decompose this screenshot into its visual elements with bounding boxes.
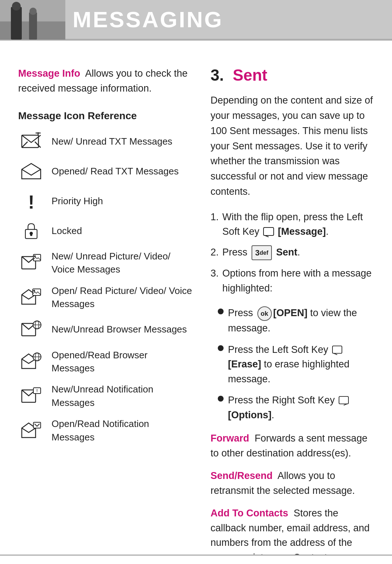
bullet-3-text: Press the Right Soft Key [Options]. <box>228 393 374 422</box>
svg-text:!: ! <box>28 192 34 210</box>
svg-line-7 <box>22 142 28 148</box>
new-unread-notification-icon: ! <box>18 385 44 407</box>
list-item: Press the Right Soft Key [Options]. <box>218 393 374 422</box>
svg-text:!: ! <box>36 388 38 393</box>
list-item: 2. Press 3def Sent. <box>211 245 374 260</box>
svg-rect-14 <box>30 233 32 236</box>
list-item: Locked <box>18 220 192 242</box>
bullet-1-text: Press ok[OPEN] to view the message. <box>228 306 374 335</box>
svg-rect-16 <box>33 254 41 261</box>
list-item: New/ Unread TXT Messages <box>18 130 192 152</box>
lock-icon <box>21 222 41 240</box>
section-title-text: Sent <box>233 66 267 84</box>
list-item: 1. With the flip open, press the Left So… <box>211 210 374 239</box>
icon-reference-heading: Message Icon Reference <box>18 110 192 122</box>
right-column: 3. Sent Depending on the content and siz… <box>211 66 374 564</box>
send-resend-label: Send/Resend <box>211 470 273 481</box>
forward-info-block: Forward Forwards a sent message to other… <box>211 431 374 460</box>
envelope-new-icon <box>21 132 41 150</box>
header-image <box>0 0 65 40</box>
envelope-open-icon <box>21 162 41 180</box>
add-to-contacts-label: Add To Contacts <box>211 508 288 519</box>
step-number-1: 1. <box>211 210 219 239</box>
icon-table: New/ Unread TXT Messages Opened/ Read TX… <box>18 130 192 444</box>
svg-line-8 <box>35 142 41 148</box>
svg-rect-30 <box>33 422 41 428</box>
svg-point-19 <box>33 290 35 292</box>
forward-text: Forward Forwards a sent message to other… <box>211 431 374 460</box>
bullet-2-text: Press the Left Soft Key [Erase] to erase… <box>228 342 374 387</box>
list-item: Open/ Read Picture/ Video/ Voice Message… <box>18 284 192 311</box>
locked-icon <box>18 220 44 242</box>
list-item: Open/Read Notification Messages <box>18 417 192 444</box>
forward-label: Forward <box>211 433 249 444</box>
list-item: Opened/Read Browser Messages <box>18 349 192 375</box>
svg-point-3 <box>12 2 21 11</box>
right-soft-key-icon <box>339 396 349 406</box>
list-item: New/Unread Browser Messages <box>18 319 192 341</box>
bullet-dot <box>218 309 224 314</box>
svg-rect-31 <box>264 227 274 235</box>
new-unread-notification-label: New/Unread Notification Messages <box>52 383 192 409</box>
step-2-text: Press 3def Sent. <box>222 245 300 260</box>
envelope-notification-open-icon <box>21 422 41 440</box>
left-column: Message Info Allows you to check the rec… <box>18 66 192 564</box>
message-info-text: Message Info Allows you to check the rec… <box>18 66 192 96</box>
steps-list: 1. With the flip open, press the Left So… <box>211 210 374 295</box>
key-3-badge: 3def <box>252 245 272 260</box>
main-content: Message Info Allows you to check the rec… <box>0 52 392 564</box>
bullet-dot <box>218 345 224 351</box>
new-unread-picture-icon <box>18 252 44 274</box>
envelope-browser-open-icon <box>21 352 41 371</box>
left-soft-key-icon <box>263 227 274 237</box>
new-unread-browser-icon <box>18 319 44 341</box>
list-item: Press the Left Soft Key [Erase] to erase… <box>218 342 374 387</box>
svg-rect-4 <box>29 12 37 40</box>
page-title: MESSAGING <box>65 7 223 32</box>
bullet-dot <box>218 396 224 402</box>
locked-label: Locked <box>52 224 82 237</box>
message-info-label: Message Info <box>18 68 80 79</box>
message-info-section: Message Info Allows you to check the rec… <box>18 66 192 96</box>
send-resend-text: Send/Resend Allows you to retransmit the… <box>211 468 374 498</box>
header-divider <box>0 40 392 41</box>
bullet-list: Press ok[OPEN] to view the message. Pres… <box>211 306 374 422</box>
envelope-notification-new-icon: ! <box>21 387 41 405</box>
icon-reference-section: Message Icon Reference <box>18 110 192 444</box>
envelope-picture-new-icon <box>21 254 41 272</box>
section-number: 3. <box>211 66 224 84</box>
left-soft-key-icon <box>332 346 342 355</box>
send-resend-info-block: Send/Resend Allows you to retransmit the… <box>211 468 374 498</box>
step-number-2: 2. <box>211 245 219 260</box>
step-1-text: With the flip open, press the Left Soft … <box>222 210 374 239</box>
new-unread-browser-label: New/Unread Browser Messages <box>52 323 187 336</box>
opened-read-txt-icon <box>18 160 44 182</box>
opened-read-browser-icon <box>18 351 44 372</box>
list-item: New/ Unread Picture/ Video/ Voice Messag… <box>18 250 192 276</box>
section-title: 3. Sent <box>211 66 374 84</box>
svg-point-5 <box>29 8 37 15</box>
opened-read-txt-label: Opened/ Read TXT Messages <box>52 165 179 178</box>
list-item: ! New/Unread Notification Messages <box>18 383 192 409</box>
ok-button-icon: ok <box>257 306 272 321</box>
open-read-picture-icon <box>18 286 44 308</box>
list-item: 3. Options from here with a message high… <box>211 266 374 295</box>
svg-point-17 <box>34 255 36 257</box>
open-read-notification-label: Open/Read Notification Messages <box>52 417 192 444</box>
envelope-picture-open-icon <box>21 288 41 306</box>
new-unread-picture-label: New/ Unread Picture/ Video/ Voice Messag… <box>52 250 192 276</box>
svg-rect-2 <box>11 7 22 40</box>
section-intro-text: Depending on the content and size of you… <box>211 93 374 200</box>
page-header: MESSAGING <box>0 0 392 40</box>
step-number-3: 3. <box>211 266 219 295</box>
list-item: ! Priority High <box>18 190 192 212</box>
exclamation-icon: ! <box>22 192 40 210</box>
opened-read-browser-label: Opened/Read Browser Messages <box>52 349 192 375</box>
svg-rect-35 <box>339 396 348 404</box>
envelope-browser-new-icon <box>21 321 41 339</box>
open-read-picture-label: Open/ Read Picture/ Video/ Voice Message… <box>52 284 192 311</box>
list-item: Opened/ Read TXT Messages <box>18 160 192 182</box>
new-unread-txt-label: New/ Unread TXT Messages <box>52 135 172 148</box>
svg-rect-33 <box>332 346 342 353</box>
step-3-text: Options from here with a message highlig… <box>222 266 374 295</box>
